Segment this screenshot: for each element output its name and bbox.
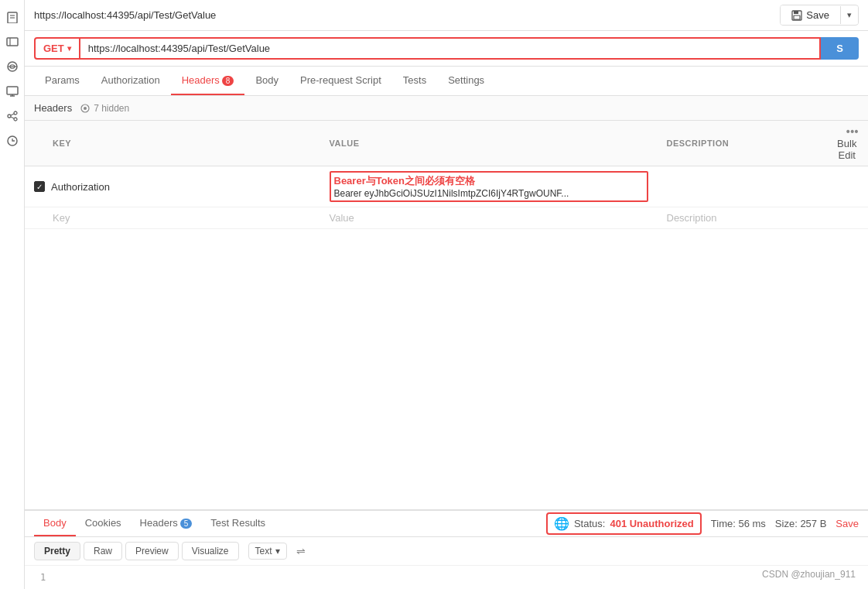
- status-area: 🌐 Status: 401 Unauthorized Time: 56 ms S…: [546, 512, 859, 535]
- svg-point-20: [84, 107, 87, 110]
- response-section: Body Cookies Headers5 Test Results 🌐 Sta…: [25, 509, 868, 589]
- watermark: CSDN @zhoujian_911: [762, 569, 856, 580]
- svg-rect-3: [7, 38, 18, 46]
- svg-rect-7: [7, 87, 18, 94]
- sidebar-icon-environment[interactable]: [2, 56, 23, 77]
- annotation-sub: Bearer eyJhbGciOiJSUzI1NilsImtpZCI6IjY4R…: [334, 188, 644, 199]
- headers-table: KEY VALUE DESCRIPTION ••• Bulk Edit: [25, 121, 868, 229]
- row-checkbox[interactable]: ✓: [34, 181, 45, 192]
- method-label: GET: [43, 43, 64, 54]
- response-tab-test-results[interactable]: Test Results: [201, 511, 275, 536]
- status-label: Status:: [574, 518, 605, 529]
- response-headers-badge: 5: [180, 519, 193, 529]
- col-key-header: KEY: [25, 121, 320, 166]
- url-input[interactable]: [80, 37, 822, 60]
- size-display: Size: 257 B: [775, 518, 827, 529]
- content-area: Headers 7 hidden KEY VALUE: [25, 96, 868, 509]
- response-save-button[interactable]: Save: [836, 518, 859, 529]
- table-row: ✓ Authorization Bearer与Token之间必须有空格 Bear…: [25, 166, 868, 207]
- tab-body[interactable]: Body: [244, 67, 289, 95]
- format-visualize-button[interactable]: Visualize: [182, 542, 239, 560]
- svg-point-10: [14, 111, 17, 115]
- svg-line-13: [11, 114, 14, 115]
- format-pretty-button[interactable]: Pretty: [34, 542, 80, 560]
- time-display: Time: 56 ms: [711, 518, 766, 529]
- globe-icon: 🌐: [554, 516, 569, 531]
- hidden-count: 7 hidden: [80, 103, 129, 114]
- svg-rect-18: [794, 15, 800, 19]
- col-value-header: VALUE: [320, 121, 658, 166]
- format-raw-button[interactable]: Raw: [84, 542, 122, 560]
- bulk-edit-button[interactable]: Bulk Edit: [836, 138, 859, 161]
- placeholder-key: Key: [25, 207, 320, 229]
- tab-params[interactable]: Params: [34, 67, 91, 95]
- method-dropdown-arrow: ▾: [67, 44, 71, 53]
- placeholder-value: Value: [320, 207, 658, 229]
- send-button[interactable]: S: [821, 37, 859, 60]
- placeholder-actions: [826, 207, 869, 229]
- top-url-display: https://localhost:44395/api/Test/GetValu…: [34, 9, 774, 21]
- text-format-dropdown[interactable]: Text ▾: [248, 543, 287, 560]
- line-number-1: 1: [40, 572, 46, 583]
- status-value: 401 Unauthorized: [610, 518, 693, 529]
- wrap-lines-button[interactable]: ⇌: [290, 542, 312, 560]
- row-key-cell: ✓ Authorization: [25, 166, 320, 207]
- more-icon[interactable]: •••: [846, 125, 859, 138]
- tab-authorization[interactable]: Authorization: [91, 67, 171, 95]
- sidebar-icon-collection[interactable]: [2, 31, 23, 53]
- sidebar: [0, 0, 25, 589]
- col-desc-header: DESCRIPTION: [658, 121, 826, 166]
- row-desc-cell: [658, 166, 826, 207]
- response-body: 1: [25, 566, 868, 589]
- headers-section-label: Headers: [34, 102, 72, 114]
- annotation-title: Bearer与Token之间必须有空格: [334, 174, 644, 188]
- response-tabs-row: Body Cookies Headers5 Test Results 🌐 Sta…: [25, 511, 868, 537]
- svg-line-14: [11, 117, 14, 118]
- placeholder-desc: Description: [658, 207, 826, 229]
- svg-rect-17: [794, 11, 798, 14]
- headers-badge: 8: [222, 76, 234, 86]
- save-button[interactable]: Save: [781, 5, 840, 25]
- row-actions-cell: [826, 166, 869, 207]
- response-toolbar: Pretty Raw Preview Visualize Text ▾ ⇌: [25, 537, 868, 566]
- svg-point-11: [8, 115, 11, 118]
- sidebar-icon-monitor[interactable]: [2, 80, 23, 102]
- tab-tests[interactable]: Tests: [392, 67, 437, 95]
- svg-point-12: [14, 118, 17, 121]
- sidebar-icon-new[interactable]: [2, 6, 23, 28]
- top-bar: https://localhost:44395/api/Test/GetValu…: [25, 0, 868, 31]
- value-annotation-box: Bearer与Token之间必须有空格 Bearer eyJhbGciOiJSU…: [330, 171, 648, 202]
- main-area: https://localhost:44395/api/Test/GetValu…: [25, 0, 868, 589]
- sidebar-icon-history[interactable]: [2, 130, 23, 152]
- tab-prerequest[interactable]: Pre-request Script: [289, 67, 392, 95]
- headers-meta-row: Headers 7 hidden: [25, 96, 868, 121]
- row-value-cell: Bearer与Token之间必须有空格 Bearer eyJhbGciOiJSU…: [320, 166, 658, 207]
- response-tab-cookies[interactable]: Cookies: [76, 511, 131, 536]
- method-select[interactable]: GET ▾: [34, 37, 80, 60]
- tab-settings[interactable]: Settings: [437, 67, 495, 95]
- table-row-placeholder: Key Value Description: [25, 207, 868, 229]
- response-tab-body[interactable]: Body: [34, 511, 76, 536]
- status-badge-container: 🌐 Status: 401 Unauthorized: [546, 512, 702, 535]
- format-preview-button[interactable]: Preview: [125, 542, 179, 560]
- tab-headers[interactable]: Headers8: [171, 67, 245, 95]
- response-tab-headers[interactable]: Headers5: [131, 511, 202, 536]
- sidebar-icon-share[interactable]: [2, 105, 23, 127]
- col-actions-header: ••• Bulk Edit: [826, 121, 869, 166]
- save-btn-group: Save ▾: [780, 5, 859, 26]
- save-dropdown-button[interactable]: ▾: [840, 6, 858, 24]
- request-bar: GET ▾ S: [25, 31, 868, 67]
- request-tabs: Params Authorization Headers8 Body Pre-r…: [25, 67, 868, 96]
